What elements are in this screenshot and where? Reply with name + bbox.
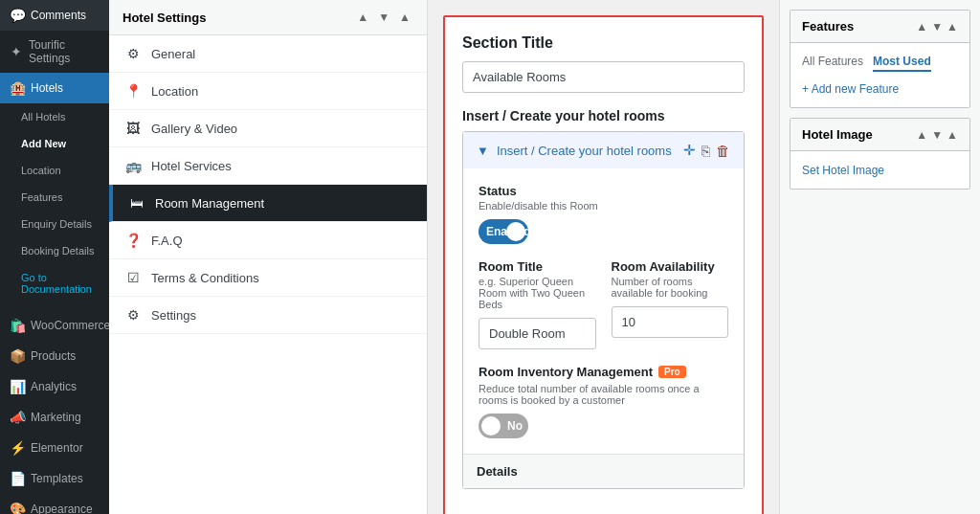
hotel-image-title: Hotel Image xyxy=(802,127,873,142)
nav-settings[interactable]: ⚙ Settings xyxy=(109,297,427,334)
menu-item-woocommerce[interactable]: 🛍️ WooCommerce xyxy=(0,310,109,341)
nav-room-management[interactable]: 🛏 Room Management xyxy=(109,185,427,222)
features-collapse-down[interactable]: ▼ xyxy=(931,20,943,34)
room-avail-input[interactable] xyxy=(612,306,729,338)
inventory-toggle[interactable]: No xyxy=(479,413,528,438)
nav-general[interactable]: ⚙ General xyxy=(109,35,427,73)
features-expand[interactable]: ▲ xyxy=(947,20,958,34)
menu-item-analytics[interactable]: 📊 Analytics xyxy=(0,371,109,402)
gallery-icon: 🖼 xyxy=(124,121,142,136)
menu-item-hotels[interactable]: 🏨 Hotels xyxy=(0,73,109,103)
accordion-add-icon[interactable]: ✛ xyxy=(683,142,696,159)
toggle-label-text: Enabled xyxy=(486,225,531,238)
menu-item-all-hotels[interactable]: All Hotels xyxy=(0,103,109,130)
toggle-slider: Enabled xyxy=(479,219,528,244)
section-box: Section Title Insert / Create your hotel… xyxy=(443,15,764,514)
terms-icon: ☑ xyxy=(124,270,142,285)
status-desc: Enable/disable this Room xyxy=(479,200,728,212)
hotel-image-widget-controls: ▲ ▼ ▲ xyxy=(916,128,958,142)
section-title-label: Section Title xyxy=(462,34,745,52)
status-toggle[interactable]: Enabled xyxy=(479,219,528,244)
hotel-image-collapse-up[interactable]: ▲ xyxy=(916,128,927,142)
menu-item-comments[interactable]: 💬 Comments xyxy=(0,0,109,31)
room-title-input[interactable] xyxy=(479,318,596,349)
products-icon: 📦 xyxy=(10,348,25,364)
menu-item-marketing[interactable]: 📣 Marketing xyxy=(0,402,109,433)
hotel-image-widget: Hotel Image ▲ ▼ ▲ Set Hotel Image xyxy=(790,118,970,190)
accordion-header-left: ▼ Insert / Create your hotel rooms xyxy=(477,144,672,158)
section-title-input[interactable] xyxy=(462,61,745,93)
room-title-label: Room Title xyxy=(479,259,596,274)
panel-collapse-up[interactable]: ▲ xyxy=(354,10,371,25)
panel-collapse-down[interactable]: ▼ xyxy=(375,10,392,25)
room-avail-desc: Number of rooms available for booking xyxy=(612,276,729,299)
room-thumbnail-section: Room Thumbnail Upload Thumbnail for this… xyxy=(462,501,745,514)
room-accordion: ▼ Insert / Create your hotel rooms ✛ ⎘ 🗑… xyxy=(462,131,745,489)
hotel-image-widget-header: Hotel Image ▲ ▼ ▲ xyxy=(791,119,969,151)
woocommerce-icon: 🛍️ xyxy=(10,318,25,333)
inventory-toggle-wrap: No xyxy=(479,413,728,438)
feature-tabs: All Features Most Used xyxy=(802,55,958,72)
accordion-delete-icon[interactable]: 🗑 xyxy=(716,143,730,159)
menu-item-location-sub[interactable]: Location xyxy=(0,157,109,184)
accordion-controls: ✛ ⎘ 🗑 xyxy=(683,142,730,159)
menu-item-products[interactable]: 📦 Products xyxy=(0,341,109,371)
faq-icon: ❓ xyxy=(124,233,142,248)
features-collapse-up[interactable]: ▲ xyxy=(916,20,927,34)
hotel-services-icon: 🚌 xyxy=(124,158,142,173)
accordion-title: Insert / Create your hotel rooms xyxy=(497,144,672,158)
comments-icon: 💬 xyxy=(10,8,25,23)
hotel-panel-title: Hotel Settings xyxy=(122,11,206,25)
set-hotel-image-link[interactable]: Set Hotel Image xyxy=(802,164,884,177)
features-widget-title: Features xyxy=(802,19,854,34)
room-avail-field: Room Availability Number of rooms availa… xyxy=(612,259,729,349)
menu-item-elementor[interactable]: ⚡ Elementor xyxy=(0,433,109,463)
tab-all-features[interactable]: All Features xyxy=(802,55,863,72)
elementor-icon: ⚡ xyxy=(10,440,25,456)
hotel-image-collapse-down[interactable]: ▼ xyxy=(931,128,943,142)
accordion-header[interactable]: ▼ Insert / Create your hotel rooms ✛ ⎘ 🗑 xyxy=(463,132,744,168)
accordion-copy-icon[interactable]: ⎘ xyxy=(702,143,710,159)
analytics-icon: 📊 xyxy=(10,379,25,394)
menu-item-booking[interactable]: Booking Details xyxy=(0,237,109,264)
main-wrapper: Hotel Settings ▲ ▼ ▲ ⚙ General 📍 Locatio… xyxy=(109,0,980,514)
menu-item-features-sub[interactable]: Features xyxy=(0,184,109,211)
room-title-field: Room Title e.g. Superior Queen Room with… xyxy=(479,259,596,349)
panel-expand[interactable]: ▲ xyxy=(396,10,413,25)
menu-item-add-new[interactable]: Add New xyxy=(0,130,109,157)
room-management-icon: 🛏 xyxy=(128,195,145,211)
admin-menu: 💬 Comments ✦ Tourific Settings 🏨 Hotels … xyxy=(0,0,109,514)
nav-faq[interactable]: ❓ F.A.Q xyxy=(109,222,427,259)
menu-item-templates[interactable]: 📄 Templates xyxy=(0,463,109,494)
tourific-icon: ✦ xyxy=(10,44,23,59)
nav-terms[interactable]: ☑ Terms & Conditions xyxy=(109,259,427,297)
add-feature-link[interactable]: + Add new Feature xyxy=(802,82,899,96)
menu-item-goto-doc[interactable]: Go to Documentation xyxy=(0,264,109,302)
nav-hotel-services[interactable]: 🚌 Hotel Services xyxy=(109,147,427,185)
inventory-desc: Reduce total number of available rooms o… xyxy=(479,383,728,406)
hotel-image-widget-body: Set Hotel Image xyxy=(791,151,969,189)
chevron-down-icon: ▼ xyxy=(477,144,489,158)
room-title-desc: e.g. Superior Queen Room with Two Queen … xyxy=(479,276,596,310)
inventory-label-row: Room Inventory Management Pro xyxy=(479,365,728,379)
tab-most-used[interactable]: Most Used xyxy=(873,55,931,72)
marketing-icon: 📣 xyxy=(10,410,25,425)
inventory-label: Room Inventory Management xyxy=(479,365,653,379)
details-label: Details xyxy=(477,464,518,479)
right-sidebar: Features ▲ ▼ ▲ All Features Most Used + … xyxy=(779,0,980,514)
nav-location[interactable]: 📍 Location xyxy=(109,73,427,110)
menu-item-appearance[interactable]: 🎨 Appearance xyxy=(0,494,109,514)
menu-item-tourific[interactable]: ✦ Tourific Settings xyxy=(0,31,109,73)
menu-item-enquiry[interactable]: Enquiry Details xyxy=(0,211,109,237)
location-nav-icon: 📍 xyxy=(124,83,142,99)
pro-badge: Pro xyxy=(658,366,686,378)
features-widget-controls: ▲ ▼ ▲ xyxy=(916,20,958,34)
settings-nav-icon: ⚙ xyxy=(124,307,142,323)
status-label: Status xyxy=(479,184,728,198)
nav-gallery[interactable]: 🖼 Gallery & Video xyxy=(109,110,427,147)
content-area: Section Title Insert / Create your hotel… xyxy=(428,0,779,514)
details-section: Details xyxy=(463,454,744,488)
hotels-icon: 🏨 xyxy=(10,80,25,96)
inventory-group: Room Inventory Management Pro Reduce tot… xyxy=(479,365,728,438)
hotel-image-expand[interactable]: ▲ xyxy=(947,128,958,142)
